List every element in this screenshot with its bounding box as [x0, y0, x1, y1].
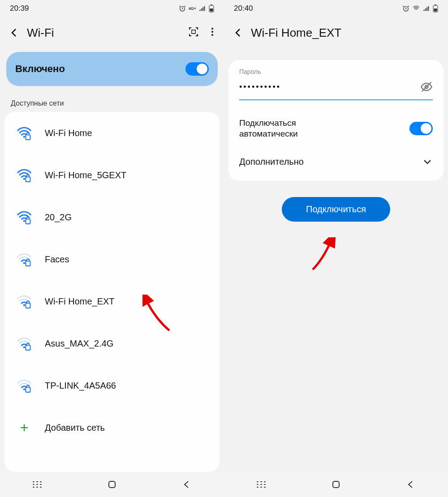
more-vertical-icon [207, 26, 218, 37]
svg-rect-21 [26, 387, 30, 392]
networks-list: Wi-Fi Home Wi-Fi Home_5GEXT 20_2G Faces … [4, 112, 220, 472]
wifi-lock-icon [16, 125, 32, 141]
svg-rect-4 [192, 30, 195, 34]
qr-scan-button[interactable] [188, 26, 199, 39]
network-name: Wi-Fi Home [45, 128, 92, 138]
home-icon [107, 479, 117, 490]
wifi-lock-icon [16, 251, 32, 267]
network-name: Faces [45, 254, 69, 265]
recents-icon [256, 479, 267, 490]
auto-connect-row: Подключатьсяавтоматически [239, 111, 433, 146]
alarm-icon [402, 5, 409, 12]
toggle-password-visibility-button[interactable] [420, 81, 433, 93]
network-name: Wi-Fi Home_5GEXT [45, 170, 126, 180]
nav-bar [224, 472, 448, 497]
network-name: TP-LINK_4A5A66 [45, 381, 116, 391]
svg-rect-15 [26, 261, 30, 266]
nav-recents-button[interactable] [256, 479, 267, 490]
network-item[interactable]: TP-LINK_4A5A66 [4, 364, 220, 407]
page-header: Wi-Fi [0, 17, 224, 48]
nav-bar [0, 472, 224, 497]
network-name: Asus_MAX_2.4G [45, 338, 113, 349]
more-menu-button[interactable] [207, 26, 218, 39]
network-item[interactable]: Wi-Fi Home [4, 112, 220, 154]
connect-button[interactable]: Подключиться [282, 197, 390, 222]
svg-point-7 [211, 34, 213, 36]
svg-rect-13 [26, 219, 30, 224]
svg-rect-17 [26, 303, 30, 308]
svg-point-20 [23, 388, 26, 390]
status-icons: 4G+ [179, 4, 214, 13]
network-item[interactable]: 20_2G [4, 196, 220, 238]
phone-right: 20:40 Wi-Fi Home_EXT Пароль Подключаться… [224, 0, 448, 497]
network-name: 20_2G [45, 212, 72, 223]
available-networks-label: Доступные сети [0, 90, 224, 112]
svg-point-14 [23, 262, 26, 264]
password-label: Пароль [239, 68, 433, 75]
svg-rect-9 [26, 135, 30, 140]
network-4g-icon: 4G+ [189, 6, 196, 11]
svg-rect-47 [333, 481, 339, 488]
annotation-arrow [309, 237, 340, 273]
plus-icon: + [16, 420, 32, 436]
wifi-lock-icon [16, 335, 32, 351]
battery-icon [433, 4, 438, 13]
network-name: Wi-Fi Home_EXT [45, 296, 115, 307]
svg-point-10 [23, 178, 26, 180]
wifi-lock-icon [16, 377, 32, 394]
network-item[interactable]: Faces [4, 238, 220, 280]
wifi-toggle-switch[interactable] [185, 62, 209, 76]
network-form-card: Пароль Подключатьсяавтоматически Дополни… [228, 60, 444, 181]
page-title: Wi-Fi Home_EXT [251, 26, 442, 40]
back-icon [181, 479, 192, 490]
svg-rect-34 [435, 4, 436, 5]
nav-recents-button[interactable] [32, 479, 43, 490]
password-input[interactable] [239, 82, 420, 92]
recents-icon [32, 479, 43, 490]
back-button[interactable] [230, 25, 246, 41]
nav-home-button[interactable] [107, 479, 117, 490]
advanced-options-row[interactable]: Дополнительно [239, 146, 433, 177]
network-item[interactable]: Wi-Fi Home_5GEXT [4, 154, 220, 196]
back-button[interactable] [6, 25, 22, 41]
alarm-icon [179, 5, 186, 12]
svg-point-6 [211, 31, 213, 33]
signal-icon [199, 5, 206, 12]
chevron-down-icon [422, 156, 433, 167]
network-item[interactable]: Wi-Fi Home_EXT [4, 280, 220, 322]
add-network-label: Добавить сеть [45, 423, 105, 433]
svg-rect-3 [210, 9, 213, 12]
eye-off-icon [420, 81, 433, 93]
wifi-toggle-card[interactable]: Включено [6, 52, 218, 86]
status-bar: 20:40 [224, 0, 448, 17]
svg-rect-31 [109, 481, 115, 488]
wifi-lock-icon [16, 167, 32, 183]
add-network-button[interactable]: + Добавить сеть [4, 407, 220, 449]
page-header: Wi-Fi Home_EXT [224, 17, 448, 48]
phone-left: 20:39 4G+ Wi-Fi Включено Доступные сети [0, 0, 224, 497]
chevron-left-icon [9, 27, 20, 38]
svg-point-12 [23, 220, 26, 222]
network-item[interactable]: Asus_MAX_2.4G [4, 322, 220, 364]
svg-point-5 [211, 28, 213, 30]
svg-point-18 [23, 346, 26, 348]
wifi-toggle-label: Включено [15, 63, 65, 75]
nav-home-button[interactable] [331, 479, 341, 490]
signal-icon [423, 5, 430, 12]
wifi-icon [412, 5, 420, 12]
status-bar: 20:39 4G+ [0, 0, 224, 17]
nav-back-button[interactable] [405, 479, 416, 490]
qr-icon [188, 26, 199, 37]
svg-rect-2 [211, 4, 212, 5]
svg-rect-35 [434, 9, 437, 12]
svg-rect-11 [26, 177, 30, 182]
auto-connect-label: Подключатьсяавтоматически [239, 118, 298, 139]
wifi-lock-icon [16, 209, 32, 225]
home-icon [331, 479, 341, 490]
battery-icon [209, 4, 214, 13]
auto-connect-switch[interactable] [409, 122, 433, 135]
nav-back-button[interactable] [181, 479, 192, 490]
back-icon [405, 479, 416, 490]
advanced-label: Дополнительно [239, 157, 304, 167]
svg-point-16 [23, 304, 26, 306]
